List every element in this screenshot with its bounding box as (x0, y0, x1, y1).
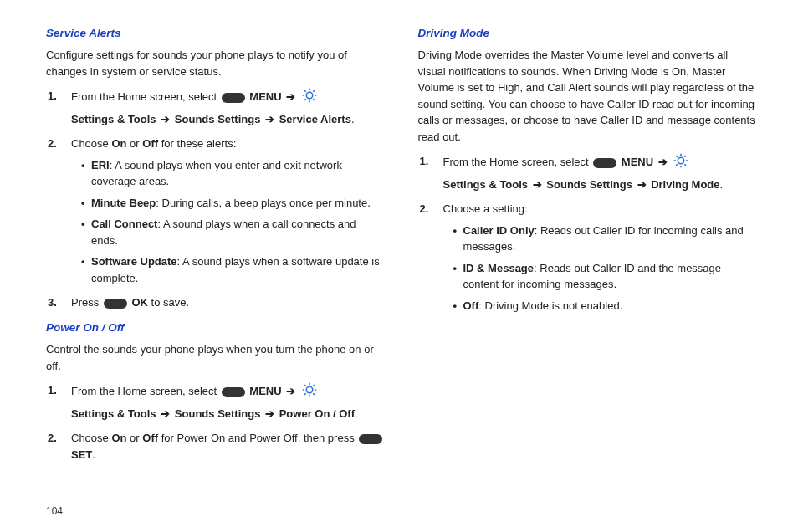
step-3: 3. Press OK to save. (64, 294, 385, 311)
ok-label: OK (131, 296, 148, 309)
list-item: Off: Driving Mode is not enabled. (453, 298, 757, 315)
left-column: Service Alerts Configure settings for so… (46, 25, 385, 494)
bullet-text: : During calls, a beep plays once per mi… (156, 197, 371, 209)
step-number: 1. (48, 88, 57, 105)
menu-label: MENU (249, 385, 281, 397)
arrow-icon: ➔ (265, 407, 274, 420)
svg-line-17 (313, 385, 315, 386)
arrow-icon: ➔ (637, 178, 647, 191)
arrow-icon: ➔ (533, 178, 542, 191)
off-label: Off (142, 432, 158, 444)
menu-label: MENU (622, 156, 653, 168)
nav-sounds-settings: Sounds Settings (175, 113, 261, 125)
step-1: 1. From the Home screen, select MENU ➔ S… (64, 382, 385, 422)
intro-power-on-off: Control the sounds your phone plays when… (46, 341, 385, 374)
svg-line-16 (304, 393, 306, 395)
softkey-icon (359, 434, 382, 444)
arrow-icon: ➔ (658, 156, 668, 168)
text: for Power On and Power Off, then press (158, 432, 357, 444)
bullet-label: Off (463, 299, 479, 312)
list-item: Call Connect: A sound plays when a call … (81, 216, 385, 248)
softkey-icon (222, 93, 245, 103)
steps-service-alerts: 1. From the Home screen, select MENU ➔ S… (46, 88, 385, 311)
text: . (351, 113, 355, 125)
text: From the Home screen, select (71, 385, 220, 397)
alerts-bullets: ERI: A sound plays when you enter and ex… (71, 157, 385, 287)
heading-power-on-off: Power On / Off (46, 320, 385, 336)
text: . (355, 407, 358, 420)
steps-power-on-off: 1. From the Home screen, select MENU ➔ S… (46, 382, 385, 463)
text: for these alerts: (158, 137, 236, 150)
svg-line-26 (685, 156, 687, 157)
svg-line-24 (685, 165, 687, 166)
step-number: 2. (48, 430, 57, 447)
svg-line-7 (304, 100, 306, 101)
bullet-label: Software Update (91, 255, 177, 268)
set-label: SET (71, 448, 92, 461)
right-column: Driving Mode Driving Mode overrides the … (418, 25, 757, 494)
on-label: On (111, 137, 126, 150)
nav-settings-tools: Settings & Tools (71, 407, 156, 420)
page-number: 104 (46, 505, 63, 517)
bullet-text: : Driving Mode is not enabled. (478, 299, 622, 312)
nav-driving-mode: Driving Mode (651, 178, 719, 191)
softkey-icon (104, 299, 127, 309)
text: Choose (71, 432, 111, 444)
menu-label: MENU (249, 90, 281, 103)
svg-line-5 (304, 90, 306, 92)
text: Choose a setting: (443, 202, 528, 215)
text: . (720, 178, 724, 191)
gear-icon (673, 153, 688, 173)
heading-service-alerts: Service Alerts (46, 25, 385, 42)
step-1: 1. From the Home screen, select MENU ➔ S… (437, 153, 757, 192)
heading-driving-mode: Driving Mode (418, 25, 757, 42)
text: or (126, 432, 142, 444)
page-columns: Service Alerts Configure settings for so… (46, 25, 756, 494)
text: or (126, 137, 142, 150)
step-number: 2. (48, 136, 57, 152)
svg-point-0 (306, 93, 313, 100)
bullet-label: ERI (91, 159, 110, 171)
arrow-icon: ➔ (286, 90, 295, 103)
gear-icon (302, 88, 317, 108)
bullet-text: : A sound plays when you enter and exit … (91, 159, 342, 188)
bullet-label: Caller ID Only (463, 224, 535, 237)
svg-point-18 (678, 158, 685, 165)
svg-line-8 (313, 90, 315, 92)
step-number: 1. (48, 382, 57, 399)
svg-line-14 (304, 385, 306, 386)
step-number: 1. (420, 153, 429, 170)
bullet-label: ID & Message (463, 262, 535, 274)
step-1: 1. From the Home screen, select MENU ➔ S… (64, 88, 385, 127)
svg-line-23 (677, 156, 678, 157)
step-2: 2. Choose a setting: Caller ID Only: Rea… (437, 201, 757, 314)
step-2: 2. Choose On or Off for these alerts: ER… (64, 136, 385, 286)
nav-settings-tools: Settings & Tools (71, 113, 156, 125)
arrow-icon: ➔ (286, 385, 295, 397)
arrow-icon: ➔ (161, 113, 170, 125)
text: to save. (148, 296, 189, 309)
bullet-label: Call Connect (91, 217, 157, 230)
steps-driving-mode: 1. From the Home screen, select MENU ➔ S… (418, 153, 757, 314)
step-2: 2. Choose On or Off for Power On and Pow… (64, 430, 385, 463)
list-item: Minute Beep: During calls, a beep plays … (81, 195, 385, 212)
intro-service-alerts: Configure settings for sounds your phone… (46, 47, 385, 79)
svg-line-25 (677, 165, 678, 166)
driving-mode-bullets: Caller ID Only: Reads out Caller ID for … (443, 223, 757, 315)
text: Choose (71, 137, 111, 150)
text: From the Home screen, select (443, 156, 592, 168)
off-label: Off (142, 137, 158, 150)
softkey-icon (222, 387, 245, 397)
nav-sounds-settings: Sounds Settings (175, 407, 261, 420)
text: . (92, 448, 95, 461)
arrow-icon: ➔ (161, 407, 170, 420)
intro-driving-mode: Driving Mode overrides the Master Volume… (418, 47, 757, 145)
text: Press (71, 296, 102, 309)
step-number: 3. (48, 294, 57, 311)
step-number: 2. (420, 201, 429, 217)
text: From the Home screen, select (71, 90, 220, 103)
svg-point-9 (306, 386, 313, 393)
on-label: On (111, 432, 126, 444)
nav-settings-tools: Settings & Tools (443, 178, 529, 191)
nav-sounds-settings: Sounds Settings (546, 178, 632, 191)
